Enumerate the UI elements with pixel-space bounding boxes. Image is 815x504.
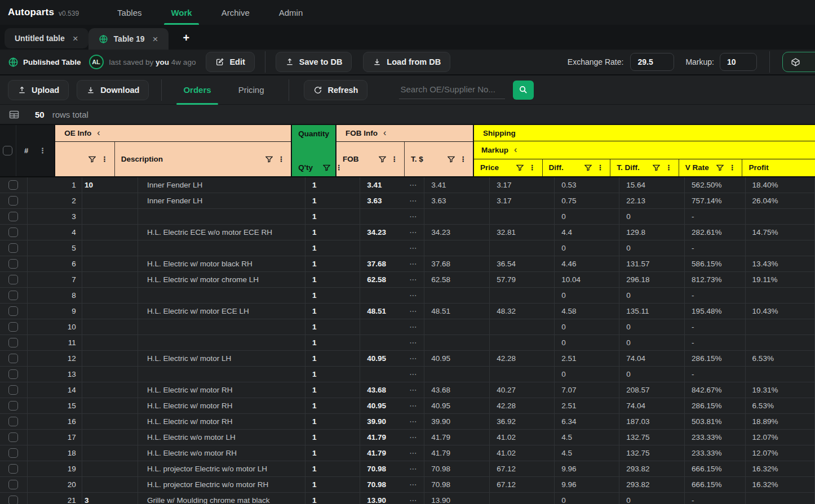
cell-price[interactable]: 41.02 — [490, 430, 555, 445]
cell-oe[interactable] — [82, 382, 138, 398]
cell-profit[interactable] — [746, 240, 815, 256]
cell-oe[interactable] — [82, 319, 138, 334]
cell-profit[interactable] — [746, 493, 815, 504]
cell-price[interactable]: 42.28 — [490, 398, 555, 413]
cell-profit[interactable]: 13.43% — [746, 256, 815, 271]
cell-v-rate[interactable]: - — [685, 335, 746, 350]
cell-qty[interactable]: 1 — [305, 335, 360, 350]
fob-column-header[interactable]: FOB ⋮ — [336, 142, 404, 176]
cell-total-usd[interactable]: 41.79 — [424, 445, 490, 461]
row-menu-ellipsis[interactable]: ⋯ — [409, 386, 417, 394]
cell-description[interactable]: H.L. Electric w/ motor RH — [138, 398, 305, 413]
cell-t-diff[interactable]: 0 — [619, 240, 685, 256]
cell-description[interactable] — [138, 335, 305, 350]
cell-v-rate[interactable]: 586.15% — [685, 256, 746, 271]
cell-fob[interactable]: 13.90⋯ — [360, 493, 424, 504]
cell-oe[interactable] — [82, 445, 138, 461]
cell-v-rate[interactable]: 842.67% — [685, 382, 746, 398]
cell-qty[interactable]: 1 — [305, 477, 360, 492]
cell-oe[interactable] — [82, 351, 138, 366]
row-checkbox[interactable] — [8, 196, 18, 206]
cell-qty[interactable]: 1 — [305, 493, 360, 504]
cell-description[interactable]: H.L. Electric w/ motor ECE LH — [138, 304, 305, 319]
cell-t-diff[interactable]: 0 — [619, 493, 685, 504]
cell-price[interactable] — [490, 367, 555, 382]
cell-qty[interactable]: 1 — [305, 461, 360, 476]
cell-diff[interactable]: 0.53 — [555, 177, 619, 193]
markup-input[interactable] — [720, 53, 757, 71]
cell-oe[interactable] — [82, 430, 138, 445]
cell-profit[interactable]: 12.07% — [746, 445, 815, 461]
cell-total-usd[interactable] — [424, 335, 490, 350]
column-menu-icon[interactable]: ⋮ — [39, 146, 46, 155]
search-input[interactable] — [399, 81, 505, 99]
cell-oe[interactable] — [82, 477, 138, 492]
row-menu-ellipsis[interactable]: ⋯ — [409, 402, 417, 410]
cell-oe[interactable]: 3 — [82, 493, 138, 504]
cell-v-rate[interactable]: 195.48% — [685, 304, 746, 319]
cell-oe[interactable] — [82, 288, 138, 303]
collapse-icon[interactable]: ‹ — [383, 128, 386, 137]
cell-price[interactable]: 40.27 — [490, 382, 555, 398]
cell-qty[interactable]: 1 — [305, 382, 360, 398]
diff-column-header[interactable]: Diff. ⋮ — [542, 159, 610, 176]
cell-t-diff[interactable]: 0 — [619, 335, 685, 350]
cell-price[interactable] — [490, 209, 555, 224]
cell-price[interactable]: 36.54 — [490, 256, 555, 271]
cell-fob[interactable]: 62.58⋯ — [360, 272, 424, 287]
cell-qty[interactable]: 1 — [305, 209, 360, 224]
cell-oe[interactable] — [82, 461, 138, 476]
cell-description[interactable]: Grille w/ Moulding chrome mat black — [138, 493, 305, 504]
row-number[interactable]: 6 — [28, 256, 82, 271]
column-menu-icon[interactable]: ⋮ — [101, 155, 108, 163]
row-number[interactable]: 8 — [28, 288, 82, 303]
filter-icon[interactable] — [448, 156, 455, 163]
cell-qty[interactable]: 1 — [305, 256, 360, 271]
cell-fob[interactable]: 41.79⋯ — [360, 445, 424, 461]
cell-qty[interactable]: 1 — [305, 445, 360, 461]
row-checkbox[interactable] — [8, 275, 18, 284]
cell-t-diff[interactable]: 15.64 — [619, 177, 685, 193]
cell-profit[interactable]: 26.04% — [746, 193, 815, 208]
cell-t-diff[interactable]: 129.8 — [619, 225, 685, 240]
cell-t-diff[interactable]: 22.13 — [619, 193, 685, 208]
cell-profit[interactable]: 18.89% — [746, 414, 815, 429]
cell-oe[interactable] — [82, 335, 138, 350]
description-column-header[interactable]: Description ⋮ — [114, 142, 291, 176]
row-menu-ellipsis[interactable]: ⋯ — [409, 433, 417, 441]
cell-total-usd[interactable]: 3.63 — [424, 193, 490, 208]
row-checkbox[interactable] — [8, 228, 18, 237]
cell-profit[interactable]: 16.32% — [746, 461, 815, 476]
row-checkbox[interactable] — [8, 464, 18, 474]
row-menu-ellipsis[interactable]: ⋯ — [409, 417, 417, 426]
cell-fob[interactable]: 3.41⋯ — [360, 177, 424, 193]
cell-oe[interactable]: 10 — [82, 177, 138, 193]
row-menu-ellipsis[interactable]: ⋯ — [409, 244, 417, 252]
cell-description[interactable]: H.L. Electric w/ motor LH — [138, 351, 305, 366]
cell-description[interactable]: Inner Fender LH — [138, 177, 305, 193]
cell-v-rate[interactable]: 286.15% — [685, 351, 746, 366]
cell-price[interactable]: 3.17 — [490, 177, 555, 193]
cell-profit[interactable]: 19.11% — [746, 272, 815, 287]
filter-icon[interactable] — [716, 164, 724, 171]
cell-qty[interactable]: 1 — [305, 272, 360, 287]
nav-item-archive[interactable]: Archive — [207, 0, 264, 25]
tab-table-19[interactable]: Table 19 × — [88, 28, 169, 50]
cell-diff[interactable]: 4.5 — [555, 445, 619, 461]
cell-v-rate[interactable]: 286.15% — [685, 398, 746, 413]
cell-price[interactable]: 36.92 — [490, 414, 555, 429]
cell-fob[interactable]: 70.98⋯ — [360, 477, 424, 492]
nav-item-tables[interactable]: Tables — [103, 0, 156, 25]
cell-price[interactable] — [490, 493, 555, 504]
cell-qty[interactable]: 1 — [305, 288, 360, 303]
cell-v-rate[interactable]: - — [685, 319, 746, 334]
cell-t-diff[interactable]: 135.11 — [619, 304, 685, 319]
oe-number-column-header[interactable]: ⋮ — [55, 142, 114, 176]
cell-v-rate[interactable]: - — [685, 288, 746, 303]
row-checkbox[interactable] — [8, 338, 18, 347]
cell-fob[interactable]: 41.79⋯ — [360, 430, 424, 445]
cell-diff[interactable]: 4.58 — [555, 304, 619, 319]
cell-v-rate[interactable]: 757.14% — [685, 193, 746, 208]
cell-fob[interactable]: ⋯ — [360, 288, 424, 303]
profit-column-header[interactable]: Profit — [742, 159, 815, 176]
